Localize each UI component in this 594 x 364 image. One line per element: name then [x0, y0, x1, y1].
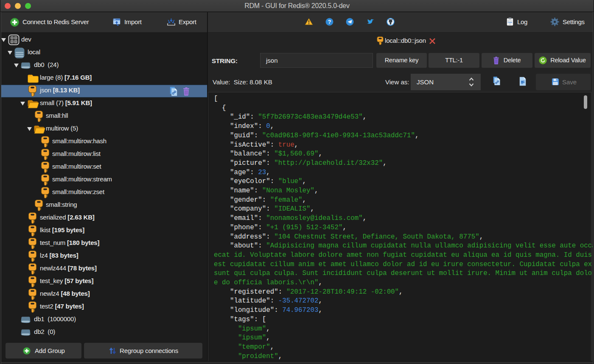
svg-text:?: ? — [328, 19, 331, 25]
